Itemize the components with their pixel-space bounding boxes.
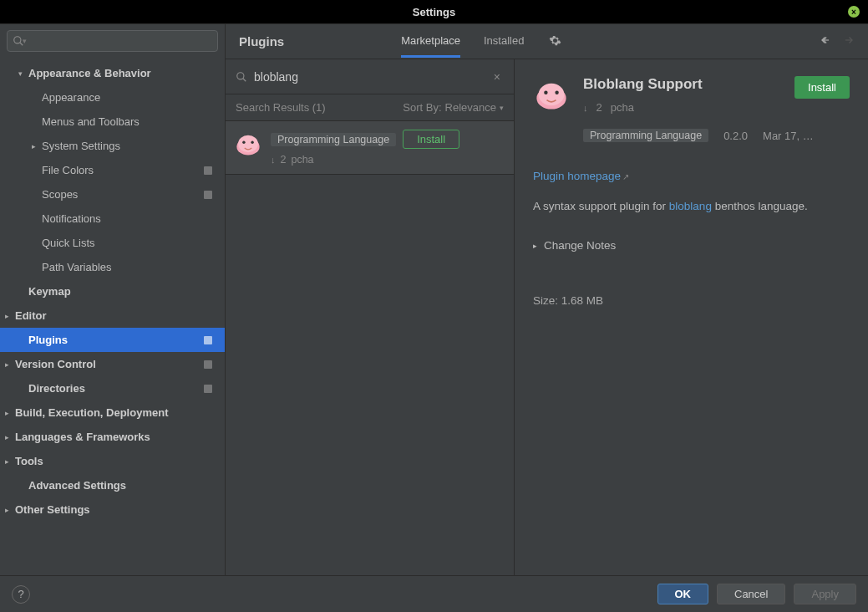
chevron-down-icon: ▾	[500, 104, 504, 112]
plugin-title: Bloblang Support	[583, 76, 781, 93]
back-button[interactable]	[820, 34, 831, 48]
project-scope-icon	[203, 384, 213, 394]
plugin-icon	[234, 130, 262, 158]
tab-installed[interactable]: Installed	[484, 34, 524, 58]
apply-button[interactable]: Apply	[794, 584, 856, 604]
sidebar-search-wrap: ▾	[0, 24, 225, 58]
tree-notifications[interactable]: Notifications	[0, 207, 225, 231]
plugins-toolbar: Plugins Marketplace Installed	[226, 24, 868, 59]
search-results-pane: × Search Results (1) Sort By: Relevance …	[226, 59, 515, 575]
tree-version-control[interactable]: ▸Version Control	[0, 352, 225, 376]
tree-appearance-behavior[interactable]: ▾Appearance & Behavior	[0, 61, 225, 85]
tree-editor[interactable]: ▸Editor	[0, 303, 225, 328]
download-count: 2	[596, 101, 602, 114]
bloblang-link[interactable]: bloblang	[669, 200, 712, 212]
svg-point-19	[555, 91, 558, 94]
project-scope-icon	[203, 166, 213, 176]
author: pcha	[611, 101, 634, 114]
tree-file-colors[interactable]: File Colors	[0, 158, 225, 182]
chevron-right-icon: ▸	[2, 506, 12, 514]
change-notes-toggle[interactable]: ▸ Change Notes	[533, 235, 850, 257]
tree-build-exec[interactable]: ▸Build, Execution, Deployment	[0, 400, 225, 425]
install-button-small[interactable]: Install	[403, 130, 459, 149]
svg-rect-2	[204, 166, 212, 175]
tab-marketplace[interactable]: Marketplace	[401, 34, 460, 58]
svg-rect-3	[204, 191, 212, 199]
chevron-right-icon: ▸	[2, 457, 12, 466]
sidebar-search[interactable]: ▾	[7, 30, 218, 52]
plugin-search-row: ×	[226, 59, 514, 94]
tree-appearance[interactable]: Appearance	[0, 85, 225, 110]
tree-tools[interactable]: ▸Tools	[0, 449, 225, 473]
tree-other-settings[interactable]: ▸Other Settings	[0, 497, 225, 522]
external-link-icon: ↗	[622, 172, 629, 181]
footer-buttons: OK Cancel Apply	[657, 584, 857, 604]
detail-pane: Bloblang Support ↓ 2 pcha Install Progra…	[515, 59, 868, 575]
cancel-button[interactable]: Cancel	[717, 584, 785, 604]
results-bar: Search Results (1) Sort By: Relevance ▾	[226, 94, 514, 120]
svg-point-14	[242, 141, 245, 144]
clear-search-button[interactable]: ×	[490, 70, 504, 84]
svg-rect-5	[204, 360, 212, 369]
plugin-icon	[533, 76, 570, 113]
result-meta: ↓ 2 pcha	[271, 154, 505, 166]
svg-point-0	[14, 37, 21, 43]
detail-meta: ↓ 2 pcha	[583, 101, 781, 114]
change-notes-label: Change Notes	[544, 235, 616, 257]
tree-path-variables[interactable]: Path Variables	[0, 255, 225, 279]
result-main: Programming Language Install ↓ 2 pcha	[271, 130, 505, 166]
tree-system-settings[interactable]: ▸System Settings	[0, 134, 225, 158]
version-label: 0.2.0	[723, 130, 748, 142]
desc-pre: A syntax support plugin for	[533, 200, 669, 212]
tree-scopes[interactable]: Scopes	[0, 182, 225, 207]
svg-rect-4	[204, 336, 212, 344]
chevron-right-icon: ▸	[2, 360, 12, 369]
help-button[interactable]: ?	[12, 585, 30, 604]
settings-tree: ▾Appearance & Behavior Appearance Menus …	[0, 58, 225, 575]
sort-label: Sort By:	[403, 101, 441, 114]
settings-window: Settings × ▾ ▾Appearance & Behavior Appe…	[0, 0, 868, 612]
tree-lang-frameworks[interactable]: ▸Languages & Frameworks	[0, 425, 225, 449]
tree-keymap[interactable]: Keymap	[0, 279, 225, 303]
tab-bar: Marketplace Installed	[401, 26, 524, 58]
window-close-button[interactable]: ×	[848, 6, 860, 18]
svg-point-10	[237, 72, 244, 79]
sort-by-dropdown[interactable]: Sort By: Relevance ▾	[403, 101, 504, 114]
settings-sidebar: ▾ ▾Appearance & Behavior Appearance Menu…	[0, 24, 226, 575]
tree-advanced[interactable]: Advanced Settings	[0, 473, 225, 497]
page-title: Plugins	[239, 34, 284, 48]
result-item[interactable]: Programming Language Install ↓ 2 pcha	[226, 120, 514, 175]
chevron-right-icon: ▸	[28, 142, 38, 150]
detail-body: Plugin homepage↗ A syntax support plugin…	[533, 166, 850, 312]
forward-button[interactable]	[843, 34, 855, 48]
content-pane: Plugins Marketplace Installed ×	[226, 24, 868, 575]
detail-header: Bloblang Support ↓ 2 pcha Install	[533, 76, 850, 114]
download-icon: ↓	[583, 103, 588, 113]
plugin-search-input[interactable]	[254, 70, 490, 84]
svg-point-15	[251, 141, 253, 144]
chevron-right-icon: ▸	[533, 239, 537, 253]
tree-quick-lists[interactable]: Quick Lists	[0, 231, 225, 255]
window-body: ▾ ▾Appearance & Behavior Appearance Menu…	[0, 23, 868, 575]
category-tag: Programming Language	[271, 133, 396, 146]
project-scope-icon	[203, 335, 213, 345]
chevron-right-icon: ▸	[2, 433, 12, 441]
results-count: Search Results (1)	[236, 101, 326, 114]
plugin-homepage-link[interactable]: Plugin homepage	[533, 170, 621, 182]
date-label: Mar 17, …	[763, 130, 814, 142]
ok-button[interactable]: OK	[657, 584, 709, 604]
window-title: Settings	[413, 6, 455, 18]
svg-point-18	[544, 91, 547, 94]
split-pane: × Search Results (1) Sort By: Relevance …	[226, 59, 868, 575]
project-scope-icon	[203, 360, 213, 370]
result-top: Programming Language Install	[271, 130, 505, 149]
description: A syntax support plugin for bloblang ben…	[533, 196, 850, 217]
tree-plugins[interactable]: Plugins	[0, 328, 225, 352]
detail-info-row: Programming Language 0.2.0 Mar 17, …	[583, 129, 850, 142]
svg-line-11	[243, 78, 246, 81]
download-icon: ↓	[271, 155, 276, 165]
install-button[interactable]: Install	[794, 76, 850, 99]
gear-icon[interactable]	[549, 34, 561, 49]
tree-menus-toolbars[interactable]: Menus and Toolbars	[0, 110, 225, 134]
tree-directories[interactable]: Directories	[0, 376, 225, 400]
